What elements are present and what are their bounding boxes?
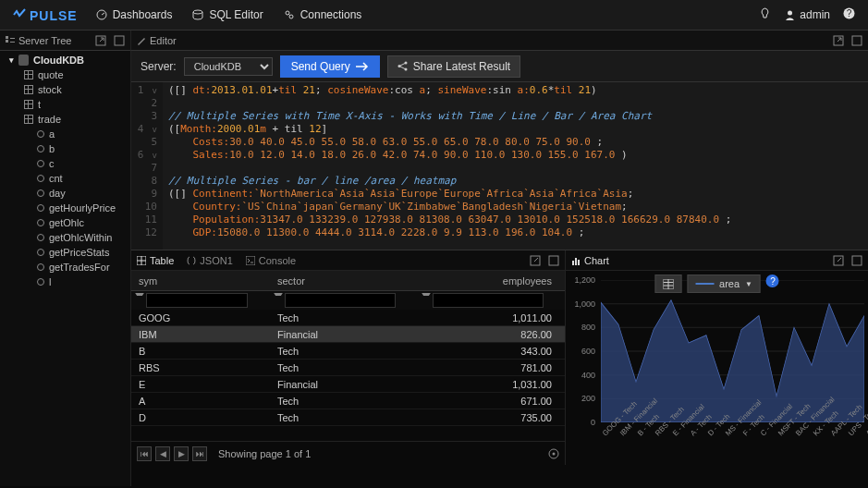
top-navbar: PULSE Dashboards SQL Editor Connections …	[0, 0, 868, 30]
tree-root[interactable]: ▾CloudKDB	[4, 53, 127, 67]
editor-header: Editor	[131, 30, 868, 51]
user-icon	[784, 9, 796, 21]
svg-rect-12	[115, 36, 124, 45]
chart-table-toggle[interactable]	[654, 274, 681, 293]
pager-last[interactable]: ⏭	[192, 446, 207, 461]
tree-table-stock[interactable]: stock	[4, 82, 127, 97]
svg-rect-25	[575, 258, 577, 265]
tab-json[interactable]: JSON1	[187, 255, 232, 266]
maximize-icon[interactable]	[851, 35, 862, 46]
svg-text:?: ?	[847, 8, 852, 18]
user-menu[interactable]: admin	[784, 8, 830, 21]
svg-rect-21	[549, 256, 558, 265]
table-icon	[663, 279, 673, 289]
table-pager: ⏮ ◀ ▶ ⏭ Showing page 1 of 1	[131, 441, 565, 465]
filter-icon	[422, 293, 431, 304]
tree-table-t[interactable]: t	[4, 97, 127, 112]
pager-next[interactable]: ▶	[174, 446, 189, 461]
tree-leaf-c[interactable]: c	[4, 156, 127, 171]
pager-first[interactable]: ⏮	[137, 446, 152, 461]
popout-icon[interactable]	[833, 35, 844, 46]
popout-icon[interactable]	[95, 35, 106, 46]
tab-console[interactable]: Console	[246, 255, 296, 266]
table-row[interactable]: ATech671.00	[131, 393, 565, 409]
filter-icon	[274, 293, 283, 304]
svg-rect-24	[572, 261, 574, 265]
svg-rect-14	[852, 36, 862, 45]
table-row[interactable]: IBMFinancial826.00	[131, 326, 565, 343]
braces-icon	[187, 256, 196, 265]
nav-connections[interactable]: Connections	[284, 8, 362, 21]
col-employees[interactable]: employees	[418, 275, 565, 287]
tree-leaf-a[interactable]: a	[4, 127, 127, 141]
pager-prev[interactable]: ◀	[155, 446, 170, 461]
gauge-icon	[96, 9, 107, 20]
help-icon[interactable]: ?	[843, 7, 855, 22]
svg-point-4	[788, 10, 792, 15]
database-icon	[192, 9, 203, 20]
table-row[interactable]: EFinancial1,031.00	[131, 376, 565, 393]
tree-leaf-getOhlc[interactable]: getOhlc	[4, 215, 127, 230]
tree-leaf-l[interactable]: l	[4, 274, 127, 289]
table-row[interactable]: BTech343.00	[131, 343, 565, 360]
lightbulb-icon[interactable]	[759, 7, 771, 22]
svg-rect-26	[578, 260, 580, 265]
server-label: Server:	[141, 60, 177, 73]
filter-sector[interactable]	[285, 293, 396, 308]
share-icon	[397, 61, 408, 71]
table-filter-row	[131, 291, 565, 310]
pager-status: Showing page 1 of 1	[218, 448, 311, 459]
tree-table-trade[interactable]: trade	[4, 112, 127, 127]
chart-type-select[interactable]: area▼	[687, 274, 761, 293]
pencil-icon	[137, 36, 146, 45]
table-header-row: sym sector employees	[131, 271, 565, 291]
maximize-icon[interactable]	[851, 255, 862, 266]
tree-leaf-b[interactable]: b	[4, 141, 127, 156]
filter-sym[interactable]	[146, 293, 248, 308]
send-query-button[interactable]: Send Query	[280, 55, 380, 78]
table-row[interactable]: GOOGTech1,011.00	[131, 310, 565, 326]
tree-icon	[6, 36, 15, 45]
svg-rect-7	[6, 36, 8, 39]
svg-rect-9	[10, 38, 15, 39]
filter-icon	[135, 293, 144, 304]
tab-table[interactable]: Table	[137, 255, 174, 266]
tree-leaf-getPriceStats[interactable]: getPriceStats	[4, 245, 127, 260]
filter-employees[interactable]	[433, 293, 544, 308]
link-icon	[284, 9, 295, 20]
target-icon[interactable]	[548, 448, 559, 459]
tree-leaf-day[interactable]: day	[4, 186, 127, 201]
share-result-button[interactable]: Share Latest Result	[387, 55, 520, 78]
svg-rect-19	[246, 256, 255, 265]
svg-rect-10	[10, 42, 15, 43]
server-select[interactable]: CloudKDB	[184, 57, 273, 76]
chart-icon	[571, 256, 581, 265]
svg-rect-28	[852, 256, 862, 265]
nav-sql-editor[interactable]: SQL Editor	[192, 8, 263, 21]
grid-icon	[137, 256, 146, 265]
code-editor[interactable]: 1 v234 v56 v789101112 ([] dt:2013.01.01+…	[131, 82, 868, 250]
tree-leaf-getTradesFor[interactable]: getTradesFor	[4, 260, 127, 274]
tree-leaf-getHourlyPrice[interactable]: getHourlyPrice	[4, 201, 127, 215]
svg-point-1	[193, 10, 202, 14]
col-sym[interactable]: sym	[131, 275, 270, 287]
chart-pane: Chart area▼ ?	[566, 250, 868, 465]
results-table-pane: Table JSON1 Console	[131, 250, 566, 465]
nav-dashboards[interactable]: Dashboards	[96, 8, 173, 21]
maximize-icon[interactable]	[548, 255, 559, 266]
svg-rect-8	[6, 40, 8, 43]
popout-icon[interactable]	[833, 255, 844, 266]
col-sector[interactable]: sector	[270, 275, 418, 287]
tree-leaf-cnt[interactable]: cnt	[4, 171, 127, 186]
tree-table-quote[interactable]: quote	[4, 67, 127, 82]
chart-help-icon[interactable]: ?	[766, 274, 779, 287]
settings-icon[interactable]	[114, 35, 125, 46]
table-row[interactable]: DTech735.00	[131, 409, 565, 426]
table-row[interactable]: RBSTech781.00	[131, 360, 565, 376]
tree-leaf-getOhlcWithin[interactable]: getOhlcWithin	[4, 230, 127, 245]
popout-icon[interactable]	[530, 255, 541, 266]
sidebar-header: Server Tree	[0, 30, 131, 51]
server-tree-sidebar: ▾CloudKDBquotestockttradeabccntdaygetHou…	[0, 51, 131, 486]
arrow-right-icon	[356, 62, 369, 71]
tab-chart[interactable]: Chart	[571, 255, 609, 266]
